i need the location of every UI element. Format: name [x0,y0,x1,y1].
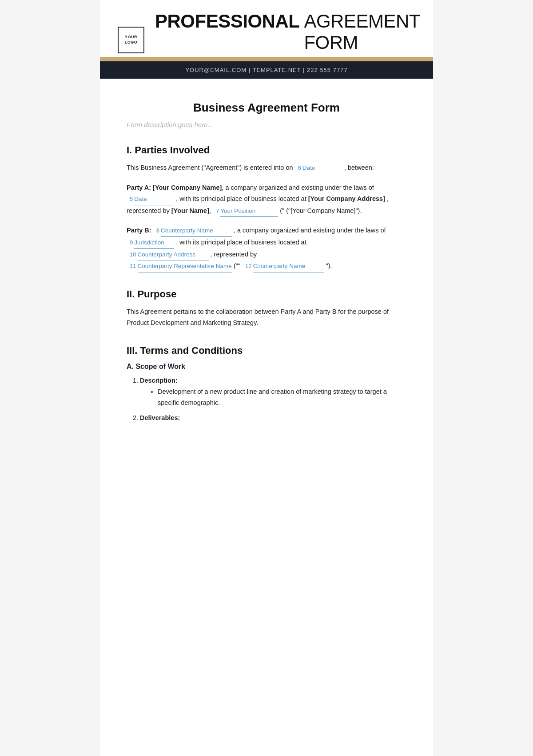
parties-intro-text: This Business Agreement ("Agreement") is… [127,164,293,171]
scope-subheading: A. Scope of Work [127,363,406,371]
field10-label[interactable]: Counterparty Address [138,249,209,261]
scope-bullet-1: Development of a new product line and cr… [158,386,406,409]
terms-heading: III. Terms and Conditions [127,345,406,356]
scope-item-1: Description: Development of a new produc… [140,375,406,409]
field10-group: 10 Counterparty Address [127,249,209,261]
field9-number: 9 [130,238,133,248]
section-parties: I. Parties Involved This Business Agreem… [127,144,406,272]
scope-item-2: Deliverables: [140,412,406,424]
field6-number: 6 [298,163,301,173]
scope-item-1-label: Description: [140,377,178,384]
purpose-heading: II. Purpose [127,288,406,300]
party-b-text5: "). [326,262,332,269]
main-content: Business Agreement Form Form description… [100,79,433,459]
gold-bar [100,57,433,61]
party-a-block: Party A: [Your Company Name], a company … [127,182,406,217]
field6-label[interactable]: Date [302,163,342,174]
logo-box: YOUR LOGO [118,27,144,53]
field7-group: 7 Your Position [213,205,278,217]
field9-label[interactable]: Jurisdiction [134,237,174,249]
scope-list: Description: Development of a new produc… [127,375,406,424]
field5-label[interactable]: Date [134,194,174,205]
field8-label[interactable]: Counterparty Name [161,225,232,237]
party-b-text4: (" [234,262,238,269]
field11-group: 11 Counterparty Representative Name [127,260,232,272]
party-b-text1: , a company organized and existing under… [234,227,386,234]
party-b-label: Party B: [127,227,151,234]
section-purpose: II. Purpose This Agreement pertains to t… [127,288,406,329]
party-b-block: Party B: 8 Counterparty Name , a company… [127,225,406,272]
title-rest: AGREEMENT FORM [304,11,420,53]
form-description: Form description goes here... [127,121,406,128]
field7-label[interactable]: Your Position [220,206,278,217]
party-a-text2: , with its principal place of business l… [176,195,306,202]
page: YOUR LOGO PROFESSIONAL AGREEMENT FORM YO… [100,0,433,756]
field5-number: 5 [130,194,133,204]
purpose-text: This Agreement pertains to the collabora… [127,306,406,329]
parties-intro2: , between: [344,164,374,171]
field8-number: 8 [156,226,159,236]
scope-item-2-label: Deliverables: [140,414,180,421]
field11-number: 11 [130,261,136,272]
party-b-text3: , represented by [211,251,257,258]
contact-bar: YOUR@EMAIL.COM | TEMPLATE.NET | 222 555 … [100,61,433,79]
field5-group: 5 Date [127,193,174,205]
party-a-bold3: [Your Name] [171,207,209,214]
field7-number: 7 [216,206,219,216]
party-a-text1: , a company organized and existing under… [222,184,374,191]
field9-group: 9 Jurisdiction [127,237,174,249]
field8-group: 8 Counterparty Name [153,225,232,237]
field6-group: 6 Date [295,162,342,174]
form-title: Business Agreement Form [127,101,406,115]
party-a-text4: ("[Your Company Name]"). [286,207,362,214]
party-a-prefix: Party A: [Your Company Name] [127,184,222,191]
parties-intro-block: This Business Agreement ("Agreement") is… [127,162,406,174]
field12-label[interactable]: Counterparty Name [253,261,324,272]
field12-number: 12 [245,261,251,272]
title-area: PROFESSIONAL AGREEMENT FORM [155,11,420,53]
field12-group: 12 Counterparty Name [242,260,324,272]
logo-line2: LOGO [125,40,138,45]
scope-item-1-bullets: Development of a new product line and cr… [140,386,406,409]
party-b-text2: , with its principal place of business l… [176,239,306,246]
header-top: YOUR LOGO PROFESSIONAL AGREEMENT FORM [100,0,433,57]
logo-line1: YOUR [125,35,137,40]
section-terms: III. Terms and Conditions A. Scope of Wo… [127,345,406,424]
party-a-bold2: [Your Company Address] [308,195,385,202]
parties-heading: I. Parties Involved [127,144,406,156]
title-professional: PROFESSIONAL [155,11,299,32]
field10-number: 10 [130,250,136,260]
field11-label[interactable]: Counterparty Representative Name [138,261,232,272]
